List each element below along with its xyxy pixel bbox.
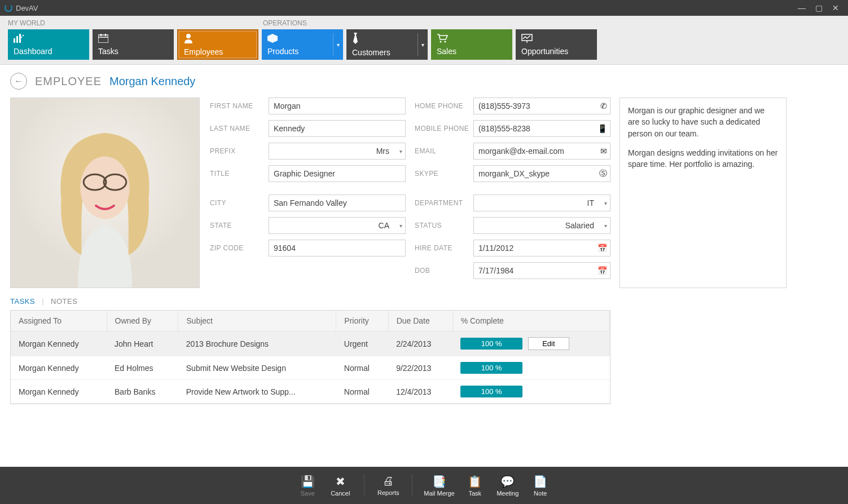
box-icon (267, 34, 337, 45)
svg-rect-1 (16, 36, 18, 43)
table-row[interactable]: Morgan KennedyEd HolmesSubmit New Websit… (11, 356, 610, 380)
svg-rect-7 (100, 34, 102, 36)
col-pct-complete[interactable]: % Complete (452, 311, 609, 331)
table-cell: Ed Holmes (107, 356, 178, 380)
ribbon: MY WORLD OPERATIONS Dashboard Tasks Empl… (0, 16, 848, 65)
page-crumb: EMPLOYEE (35, 75, 102, 88)
svg-rect-8 (105, 34, 106, 36)
table-cell: Urgent (336, 331, 388, 356)
label-email: EMAIL (415, 147, 473, 155)
close-icon: ✖ (336, 475, 345, 488)
reports-button[interactable]: 🖨 Reports (376, 475, 401, 496)
note-button[interactable]: 📄 Note (528, 475, 553, 497)
label-state: STATE (210, 222, 269, 229)
tab-tasks[interactable]: TASKS (10, 297, 35, 306)
tile-products-label: Products (267, 47, 337, 56)
tile-opportunities[interactable]: Opportunities (516, 29, 597, 60)
tile-customers-label: Customers (352, 48, 422, 57)
tab-separator: | (42, 297, 44, 306)
svg-rect-5 (98, 35, 108, 43)
window-minimize-button[interactable]: — (794, 1, 810, 15)
label-dob: DOB (415, 267, 473, 275)
task-icon: 📋 (468, 475, 482, 488)
table-cell: Submit New Website Design (178, 356, 336, 380)
label-hire-date: HIRE DATE (415, 244, 473, 252)
label-department: DEPARTMENT (415, 199, 473, 207)
skype-field[interactable] (473, 165, 610, 182)
cart-icon (437, 34, 507, 45)
hire-date-field[interactable] (473, 240, 610, 257)
label-city: CITY (210, 199, 269, 207)
person-icon (184, 33, 252, 45)
status-select[interactable] (473, 217, 610, 234)
table-cell: 12/4/2013 (388, 380, 452, 404)
mobile-phone-field[interactable] (473, 120, 610, 137)
save-icon: 💾 (301, 475, 315, 488)
meeting-button[interactable]: 💬 Meeting (495, 475, 520, 497)
table-cell: Barb Banks (107, 380, 178, 404)
chat-icon: 💬 (500, 475, 515, 488)
col-priority[interactable]: Priority (336, 311, 388, 331)
tile-employees-label: Employees (184, 47, 252, 56)
svg-point-10 (440, 41, 441, 42)
tile-employees[interactable]: Employees (177, 29, 258, 60)
col-assigned-to[interactable]: Assigned To (11, 311, 107, 331)
tile-dashboard[interactable]: Dashboard (8, 29, 89, 60)
window-maximize-button[interactable]: ▢ (811, 1, 827, 15)
tile-products[interactable]: Products (262, 29, 343, 60)
app-title: DevAV (16, 4, 38, 12)
table-cell: 2013 Brochure Designs (178, 331, 336, 356)
table-row[interactable]: Morgan KennedyJohn Heart2013 Brochure De… (11, 331, 610, 356)
table-cell: Morgan Kennedy (11, 331, 107, 356)
table-row[interactable]: Morgan KennedyBarb BanksProvide New Artw… (11, 380, 610, 404)
ribbon-group-operations-label: OPERATIONS (263, 19, 307, 27)
print-icon: 🖨 (383, 475, 394, 488)
notes-panel: Morgan is our graphic designer and we ar… (619, 98, 787, 288)
window-close-button[interactable]: ✕ (828, 1, 843, 15)
pct-badge: 100 % (460, 386, 522, 397)
title-field[interactable] (269, 165, 406, 182)
task-button[interactable]: 📋 Task (463, 475, 487, 497)
tile-sales-label: Sales (437, 47, 507, 56)
zip-field[interactable] (269, 240, 406, 257)
edit-button[interactable]: Edit (528, 337, 569, 350)
col-owned-by[interactable]: Owned By (107, 311, 178, 331)
tile-dashboard-label: Dashboard (14, 47, 84, 56)
tile-tasks[interactable]: Tasks (93, 29, 174, 60)
bottombar: 💾 Save ✖ Cancel 🖨 Reports 📑 Mail Merge 📋… (0, 467, 848, 504)
label-home-phone: HOME PHONE (415, 102, 473, 110)
dob-field[interactable] (473, 262, 610, 279)
table-cell: Normal (336, 380, 388, 404)
state-select[interactable] (269, 217, 406, 234)
table-cell: Morgan Kennedy (11, 356, 107, 380)
first-name-field[interactable] (269, 98, 406, 114)
cancel-button[interactable]: ✖ Cancel (328, 475, 353, 497)
tasks-grid: Assigned To Owned By Subject Priority Du… (10, 310, 610, 404)
label-zip: ZIP CODE (210, 244, 269, 252)
tile-tasks-label: Tasks (98, 47, 168, 56)
mail-merge-button[interactable]: 📑 Mail Merge (424, 475, 454, 497)
label-first-name: FIRST NAME (210, 102, 269, 110)
table-cell: 2/24/2013 (388, 331, 452, 356)
city-field[interactable] (269, 194, 406, 211)
label-skype: SKYPE (415, 170, 473, 178)
pct-cell: 100 % (452, 356, 609, 380)
label-title: TITLE (210, 170, 269, 178)
email-field[interactable] (473, 143, 610, 160)
col-subject[interactable]: Subject (178, 311, 336, 331)
pct-cell: 100 %Edit (452, 331, 609, 356)
notes-paragraph: Morgan designs wedding invitations on he… (628, 147, 778, 170)
tile-customers[interactable]: Customers (346, 29, 428, 60)
department-select[interactable] (473, 194, 610, 211)
tile-opportunities-label: Opportunities (521, 47, 591, 56)
back-button[interactable]: ← (10, 73, 27, 90)
prefix-select[interactable] (269, 143, 406, 160)
home-phone-field[interactable] (473, 98, 610, 114)
last-name-field[interactable] (269, 120, 406, 137)
svg-rect-12 (522, 34, 532, 41)
pct-badge: 100 % (460, 362, 522, 374)
save-button[interactable]: 💾 Save (295, 475, 320, 497)
col-due-date[interactable]: Due Date (388, 311, 452, 331)
tab-notes[interactable]: NOTES (51, 297, 77, 306)
tile-sales[interactable]: Sales (431, 29, 512, 60)
